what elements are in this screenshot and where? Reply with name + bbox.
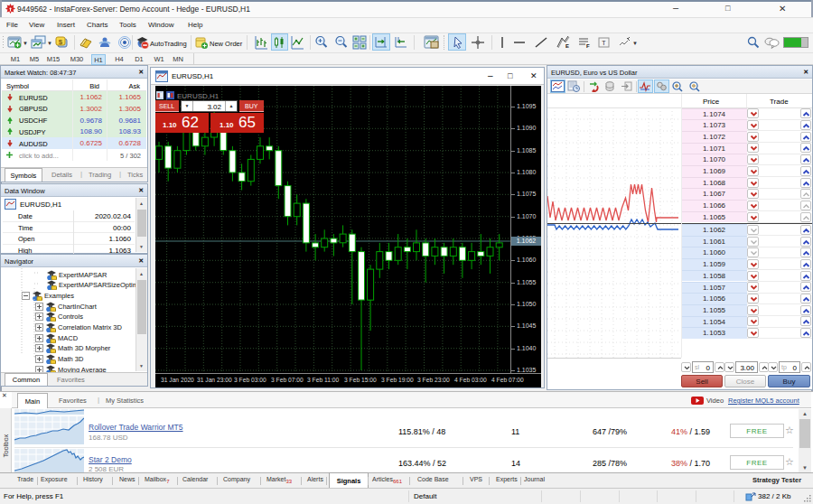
svg-text:$: $ xyxy=(59,38,63,46)
svg-text:T: T xyxy=(602,40,606,46)
svg-text:F: F xyxy=(586,43,590,49)
svg-text:E: E xyxy=(565,43,569,49)
